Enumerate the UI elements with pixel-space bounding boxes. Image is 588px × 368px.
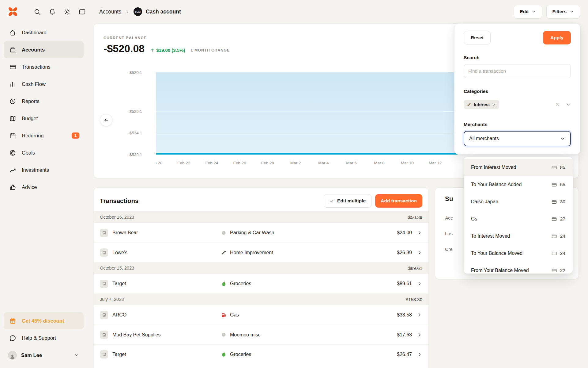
merchant-option-meta: 55	[551, 182, 565, 188]
x-axis-label: Mar 10	[401, 161, 414, 165]
category-chip-interest[interactable]: Interest	[464, 100, 499, 109]
search-icon[interactable]	[34, 8, 41, 15]
balance-change-period: 1 MONTH CHANGE	[190, 48, 230, 54]
merchant-option-meta: 24	[551, 233, 565, 239]
y-axis-label: -$529.1	[128, 109, 142, 113]
sidebar-item-label: Reports	[22, 98, 40, 104]
add-transaction-button[interactable]: Add transaction	[375, 194, 422, 208]
breadcrumb-accounts-link[interactable]: Accounts	[99, 9, 121, 15]
clear-categories-icon[interactable]	[555, 102, 560, 107]
sidebar-item-dashboard[interactable]: Dashboard	[4, 24, 84, 41]
merchant-option-to-interest-moved[interactable]: To Interest Moved24	[464, 228, 573, 245]
transaction-row[interactable]: ARCOGas$33.58	[94, 305, 428, 325]
app-logo-icon[interactable]	[7, 6, 18, 17]
chevron-right-icon[interactable]	[417, 250, 422, 255]
x-axis-label: Feb 24	[205, 161, 218, 165]
user-name: Sam Lee	[21, 352, 42, 358]
sidebar-item-reports[interactable]: Reports	[4, 93, 84, 110]
merchant-option-name: From Interest Moved	[471, 165, 516, 170]
sidebar-item-advice[interactable]: Advice	[4, 178, 84, 196]
budget-icon	[9, 115, 16, 122]
sidebar-item-cash-flow[interactable]: Cash Flow	[4, 75, 84, 93]
sidebar-toggle-icon[interactable]	[79, 8, 86, 15]
reset-button[interactable]: Reset	[464, 31, 491, 44]
transaction-row[interactable]: Lowe'sHome Improvement$26.39	[94, 243, 428, 262]
merchants-section-label: Merchants	[464, 122, 571, 127]
filters-button[interactable]: Filters	[546, 5, 580, 19]
x-axis-label: Feb 22	[177, 161, 190, 165]
sidebar-item-help-support[interactable]: Help & Support	[4, 329, 84, 347]
balance-amount: -$520.08	[104, 43, 145, 54]
category-name: Parking & Car Wash	[230, 230, 274, 236]
chevron-right-icon[interactable]	[417, 281, 422, 286]
merchant-option-count: 30	[560, 199, 565, 205]
merchant-option-gs[interactable]: Gs27	[464, 210, 573, 228]
sidebar-item-label: Dashboard	[22, 30, 47, 36]
group-date: October 16, 2023	[100, 215, 134, 220]
transaction-row[interactable]: TargetGroceries$26.47	[94, 344, 428, 364]
sidebar-promo-discount[interactable]: Get 45% discount	[4, 312, 84, 329]
sidebar-item-recurring[interactable]: Recurring1	[4, 127, 84, 144]
transaction-row[interactable]: TargetGroceries$89.61	[94, 274, 428, 293]
chevron-down-icon[interactable]	[74, 352, 79, 358]
merchant-option-name: From Your Balance Moved	[471, 268, 529, 273]
y-axis-label: -$520.1	[128, 70, 142, 75]
sidebar-item-label: Advice	[22, 184, 37, 190]
sidebar-item-budget[interactable]: Budget	[4, 110, 84, 127]
chevron-right-icon	[125, 9, 130, 14]
merchants-select[interactable]: All merchants	[464, 131, 571, 146]
accounts-icon	[9, 46, 16, 53]
merchant-option-meta: 85	[551, 165, 565, 171]
category-hammer-icon	[221, 250, 227, 255]
merchant-option-from-your-balance-moved[interactable]: From Your Balance Moved22	[464, 262, 573, 274]
merchant-option-meta: 24	[551, 251, 565, 256]
merchant-option-to-your-balance-added[interactable]: To Your Balance Added55	[464, 176, 573, 193]
filter-search-input[interactable]	[464, 64, 571, 78]
sidebar-item-transactions[interactable]: Transactions	[4, 58, 84, 75]
credit-card-icon	[551, 216, 557, 222]
sidebar: DashboardAccountsTransactionsCash FlowRe…	[0, 23, 87, 368]
merchant-option-from-interest-moved[interactable]: From Interest Moved85	[464, 159, 573, 176]
chevron-right-icon[interactable]	[417, 332, 422, 338]
user-menu[interactable]: Sam Lee	[4, 347, 84, 364]
merchant-name: Mud Bay Pet Supplies	[112, 332, 160, 338]
merchant-option-to-your-balance-moved[interactable]: To Your Balance Moved24	[464, 245, 573, 262]
chevron-right-icon[interactable]	[417, 352, 422, 357]
sidebar-item-goals[interactable]: Goals	[4, 144, 84, 161]
edit-multiple-label: Edit multiple	[337, 198, 366, 204]
category-name: Home Improvement	[230, 250, 273, 255]
merchant-logo-icon	[100, 280, 108, 288]
edit-multiple-button[interactable]: Edit multiple	[324, 194, 371, 208]
merchant-cell: Mud Bay Pet Supplies	[100, 331, 221, 339]
sidebar-item-investments[interactable]: Investments	[4, 161, 84, 178]
transactions-card: Transactions Edit multiple Add transacti…	[93, 187, 429, 368]
balance-change: $19.00 (3.5%)	[150, 48, 185, 54]
sidebar-item-label: Budget	[22, 116, 38, 121]
merchant-cell: Target	[100, 350, 221, 358]
apply-button[interactable]: Apply	[543, 31, 571, 44]
chevron-down-icon[interactable]	[566, 102, 571, 107]
merchant-option-name: Gs	[471, 216, 477, 222]
merchant-option-daiso-japan[interactable]: Daiso Japan30	[464, 193, 573, 210]
transaction-row[interactable]: Mud Bay Pet SuppliesMoomoo misc$17.63	[94, 325, 428, 344]
chart-previous-period-button[interactable]	[100, 114, 112, 126]
recurring-icon	[9, 132, 16, 139]
merchant-option-name: Daiso Japan	[471, 199, 498, 205]
category-name: Gas	[230, 312, 239, 318]
chevron-right-icon[interactable]	[417, 230, 422, 236]
settings-gear-icon[interactable]	[64, 8, 71, 15]
transaction-row[interactable]: Brown BearParking & Car Wash$24.00	[94, 223, 428, 243]
sidebar-item-accounts[interactable]: Accounts	[4, 41, 84, 58]
merchant-option-count: 22	[560, 268, 565, 273]
edit-button[interactable]: Edit	[514, 5, 542, 19]
remove-chip-icon[interactable]	[492, 103, 496, 107]
notifications-bell-icon[interactable]	[49, 8, 56, 15]
category-cell: Groceries	[221, 351, 397, 357]
credit-card-icon	[551, 182, 557, 188]
category-cell: Home Improvement	[221, 250, 397, 255]
chevron-right-icon[interactable]	[417, 312, 422, 318]
x-axis-label: Mar 6	[346, 161, 357, 165]
chevron-down-icon	[569, 9, 574, 14]
category-circlegray-icon	[221, 230, 227, 236]
recurring-count-badge: 1	[72, 132, 79, 139]
